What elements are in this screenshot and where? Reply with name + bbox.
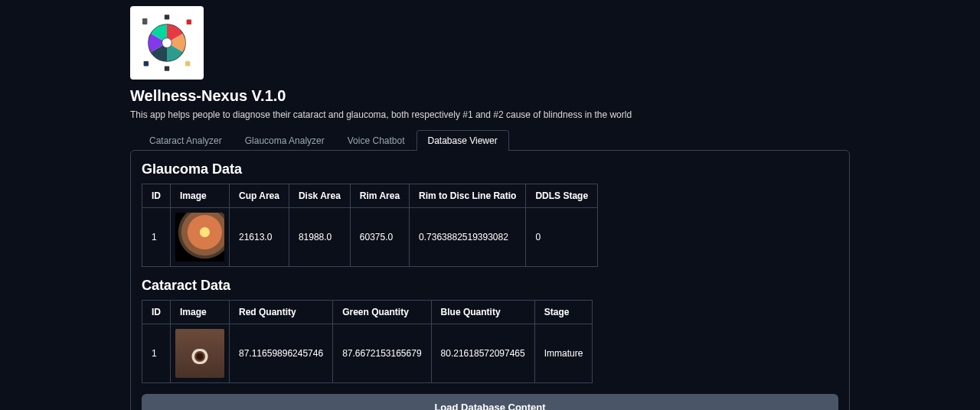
app-logo [130,6,204,80]
col-ratio: Rim to Disc Line Ratio [410,184,526,208]
load-database-button[interactable]: Load Database Content [142,394,838,410]
cataract-section-title: Cataract Data [142,278,838,294]
col-cup-area: Cup Area [230,184,289,208]
app-description: This app helps people to diagnose their … [130,109,850,120]
glaucoma-table: ID Image Cup Area Disk Area Rim Area Rim… [142,184,598,267]
col-disk-area: Disk Area [289,184,350,208]
svg-rect-3 [187,20,191,24]
cell-id: 1 [142,208,171,267]
app-title: Wellness-Nexus V.1.0 [130,87,850,105]
tab-glaucoma-analyzer[interactable]: Glaucoma Analyzer [234,130,336,151]
cell-green: 87.6672153165679 [333,324,431,383]
cell-blue: 80.21618572097465 [431,324,534,383]
retina-image-icon [175,213,224,262]
logo-icon [136,12,198,73]
col-image: Image [171,184,230,208]
svg-rect-4 [144,61,149,66]
col-rim-area: Rim Area [350,184,409,208]
cell-image [171,208,230,267]
table-row: 1 87.11659896245746 87.6672153165679 80.… [142,324,593,383]
col-ddls: DDLS Stage [526,184,598,208]
tab-cataract-analyzer[interactable]: Cataract Analyzer [138,130,234,151]
table-row: 1 21613.0 81988.0 60375.0 0.736388251939… [142,208,598,267]
cell-rim-area: 60375.0 [350,208,409,267]
col-red: Red Quantity [230,301,333,324]
cell-id: 1 [142,324,171,383]
glaucoma-section-title: Glaucoma Data [142,161,838,177]
col-blue: Blue Quantity [431,301,534,324]
col-image: Image [171,301,230,324]
col-stage: Stage [534,301,593,324]
col-green: Green Quantity [333,301,431,324]
tab-voice-chatbot[interactable]: Voice Chatbot [336,130,416,151]
svg-rect-2 [142,18,147,24]
table-header-row: ID Image Cup Area Disk Area Rim Area Rim… [142,184,598,208]
svg-rect-6 [165,15,169,19]
col-id: ID [142,184,171,208]
cell-disk-area: 81988.0 [289,208,350,267]
tab-database-viewer[interactable]: Database Viewer [416,130,509,151]
cell-red: 87.11659896245746 [230,324,333,383]
tab-bar: Cataract Analyzer Glaucoma Analyzer Voic… [130,129,850,150]
svg-point-1 [162,38,172,48]
cell-ratio: 0.7363882519393082 [410,208,526,267]
cell-cup-area: 21613.0 [230,208,289,267]
database-viewer-panel: Glaucoma Data ID Image Cup Area Disk Are… [130,150,850,410]
cell-ddls: 0 [526,208,598,267]
table-header-row: ID Image Red Quantity Green Quantity Blu… [142,301,593,324]
cell-stage: Immature [534,324,593,383]
eye-image-icon [175,329,224,378]
svg-rect-5 [185,61,190,66]
svg-rect-7 [165,66,169,70]
col-id: ID [142,301,171,324]
cell-image [171,324,230,383]
cataract-table: ID Image Red Quantity Green Quantity Blu… [142,300,593,383]
